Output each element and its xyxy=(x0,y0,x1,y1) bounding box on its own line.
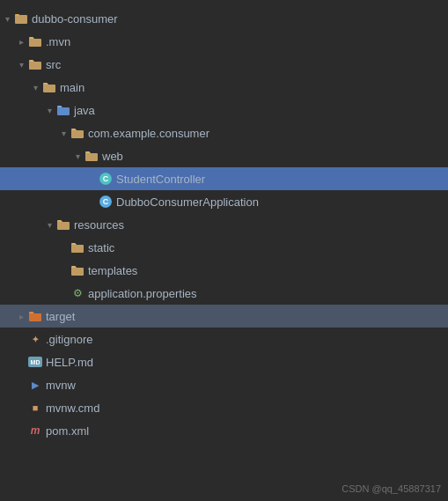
tree-item-label: dubbo-consumer xyxy=(32,12,448,26)
md-icon: MD xyxy=(28,355,42,369)
folder-icon xyxy=(42,80,56,94)
tree-arrow[interactable] xyxy=(42,217,56,232)
svg-rect-8 xyxy=(29,60,33,62)
tree-item-pom-xml[interactable]: mpom.xml xyxy=(0,419,448,442)
svg-rect-29 xyxy=(71,266,76,268)
tree-arrow[interactable] xyxy=(0,11,14,26)
tree-item-target[interactable]: target xyxy=(0,305,448,328)
tree-item-label: .mvn xyxy=(46,35,448,48)
svg-rect-9 xyxy=(43,85,55,92)
java-class-icon: C xyxy=(99,173,112,185)
tree-arrow[interactable] xyxy=(28,80,42,94)
pom-icon: m xyxy=(28,424,42,438)
svg-rect-24 xyxy=(71,245,84,253)
folder-icon xyxy=(70,263,84,277)
tree-item-label: templates xyxy=(88,264,448,277)
folder-icon xyxy=(84,149,99,163)
markdown-icon: MD xyxy=(28,357,42,367)
svg-rect-12 xyxy=(57,107,70,115)
tree-item-label: mvnw.cmd xyxy=(46,402,448,415)
tree-item-label: main xyxy=(60,81,448,94)
file-tree: dubbo-consumer .mvn src main java com.ex… xyxy=(0,0,448,449)
tree-item-dubbo-consumer[interactable]: dubbo-consumer xyxy=(0,7,448,30)
gitignore-icon: ✦ xyxy=(28,332,42,346)
svg-rect-21 xyxy=(57,222,70,230)
java-app-icon: C xyxy=(99,195,112,208)
svg-rect-26 xyxy=(71,243,76,245)
svg-rect-3 xyxy=(29,39,41,47)
tree-item-label: web xyxy=(102,150,448,163)
folder-icon xyxy=(28,309,42,323)
svg-rect-30 xyxy=(29,313,41,321)
tree-item-application-properties[interactable]: ⚙application.properties xyxy=(0,282,448,305)
tree-item-help-md[interactable]: MDHELP.md xyxy=(0,350,448,373)
svg-rect-6 xyxy=(29,62,41,70)
pom-icon: m xyxy=(31,424,40,437)
tree-item-StudentController[interactable]: CStudentController xyxy=(0,167,448,190)
folder-icon xyxy=(14,11,28,26)
tree-item-label: StudentController xyxy=(116,173,448,186)
tree-item-mvn[interactable]: .mvn xyxy=(0,30,448,53)
folder-icon xyxy=(28,34,42,48)
folder-icon xyxy=(56,217,70,232)
tree-item-label: .gitignore xyxy=(46,333,448,346)
mvnw-icon: ▶ xyxy=(32,379,39,391)
tree-item-mvnw-cmd[interactable]: ■mvnw.cmd xyxy=(0,396,448,419)
tree-arrow[interactable] xyxy=(14,309,28,323)
tree-item-templates[interactable]: templates xyxy=(0,259,448,282)
tree-item-java[interactable]: java xyxy=(0,99,448,122)
tree-item-static[interactable]: static xyxy=(0,236,448,259)
properties-icon: ⚙ xyxy=(73,287,83,299)
svg-rect-2 xyxy=(15,14,19,16)
watermark-text: CSDN @qq_45887317 xyxy=(342,483,441,494)
folder-icon xyxy=(70,126,84,140)
svg-rect-23 xyxy=(57,220,62,222)
tree-item-label: java xyxy=(74,104,448,117)
mvnw-cmd-icon: ■ xyxy=(28,401,42,415)
tree-item-web[interactable]: web xyxy=(0,144,448,167)
tree-item-label: static xyxy=(88,241,448,254)
svg-rect-11 xyxy=(43,83,48,85)
tree-arrow[interactable] xyxy=(56,126,70,140)
java-app-icon: C xyxy=(99,195,113,209)
tree-item-label: resources xyxy=(74,218,448,232)
tree-arrow[interactable] xyxy=(14,57,28,71)
mvnw-icon: ▶ xyxy=(28,378,42,392)
svg-rect-18 xyxy=(85,153,98,161)
svg-rect-32 xyxy=(29,312,33,313)
gitignore-icon: ✦ xyxy=(32,335,39,344)
tree-arrow[interactable] xyxy=(14,34,28,48)
folder-icon xyxy=(56,103,70,117)
tree-item-mvnw[interactable]: ▶mvnw xyxy=(0,373,448,396)
tree-item-label: com.example.consumer xyxy=(88,127,448,140)
folder-icon xyxy=(70,240,84,254)
tree-arrow[interactable] xyxy=(42,103,56,117)
tree-item-label: pom.xml xyxy=(46,424,448,438)
tree-item-label: target xyxy=(46,310,448,323)
svg-rect-15 xyxy=(71,130,84,138)
tree-item-gitignore[interactable]: ✦.gitignore xyxy=(0,328,448,350)
tree-item-label: DubboConsumerApplication xyxy=(116,195,448,209)
svg-rect-27 xyxy=(71,268,84,276)
mvnw-cmd-icon: ■ xyxy=(33,402,39,413)
tree-item-main[interactable]: main xyxy=(0,76,448,99)
tree-item-label: src xyxy=(46,58,448,71)
tree-item-label: HELP.md xyxy=(46,356,448,369)
svg-rect-20 xyxy=(85,151,90,153)
tree-item-label: application.properties xyxy=(88,287,448,300)
tree-item-com-example[interactable]: com.example.consumer xyxy=(0,122,448,144)
java-c-icon: C xyxy=(99,172,113,186)
tree-arrow[interactable] xyxy=(70,149,84,163)
tree-item-src[interactable]: src xyxy=(0,53,448,76)
tree-item-resources[interactable]: resources xyxy=(0,213,448,236)
folder-icon xyxy=(28,57,42,71)
svg-rect-5 xyxy=(29,37,33,39)
svg-rect-14 xyxy=(57,106,62,107)
tree-item-DubboConsumerApplication[interactable]: CDubboConsumerApplication xyxy=(0,190,448,213)
properties-icon: ⚙ xyxy=(70,286,84,300)
tree-item-label: mvnw xyxy=(46,379,448,392)
svg-rect-17 xyxy=(71,129,76,130)
